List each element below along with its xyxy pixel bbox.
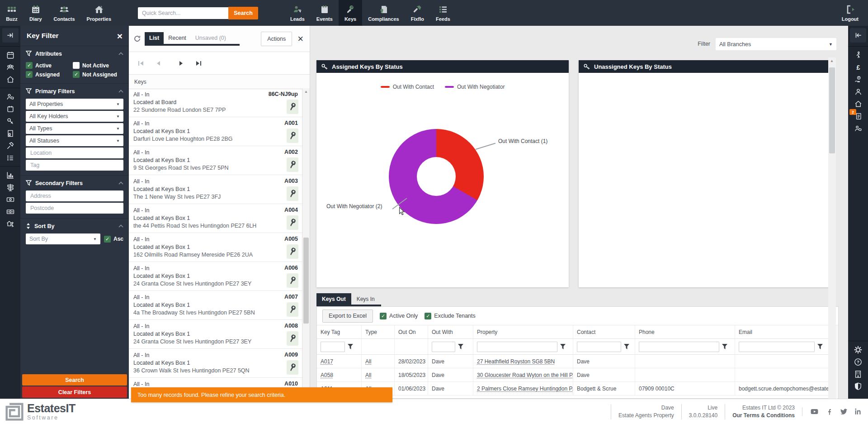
checkbox[interactable] [380, 313, 387, 319]
key-icon-button[interactable] [287, 331, 298, 346]
key-holders-select[interactable]: All Key Holders▼ [26, 111, 123, 122]
col-header[interactable]: Type [362, 325, 395, 338]
prev-page-icon[interactable] [156, 61, 160, 66]
rail-property-icon[interactable] [851, 98, 865, 110]
rail-compliances-icon[interactable] [4, 127, 17, 139]
properties-select[interactable]: All Properties▼ [26, 99, 123, 110]
col-header[interactable]: Out With [428, 325, 473, 338]
property-link[interactable]: 27 Heathfield Royston SG8 5BN [477, 358, 555, 365]
table-row[interactable]: A011 All 01/06/2023 Dave 2 Palmers Close… [317, 382, 831, 395]
tab-keys-in[interactable]: Keys In [351, 293, 380, 305]
rail-signpost-icon[interactable] [4, 181, 17, 193]
email-filter-input[interactable] [739, 342, 815, 352]
key-icon-button[interactable] [287, 129, 298, 143]
rail-money-icon[interactable] [4, 193, 17, 205]
col-header[interactable]: Email [735, 325, 831, 338]
legend-out-with-negotiator[interactable]: Out With Negotiator [445, 84, 505, 90]
nav-keys[interactable]: Keys [339, 0, 362, 26]
key-icon-button[interactable] [287, 273, 298, 288]
nav-properties[interactable]: Properties [81, 0, 117, 26]
search-input[interactable] [138, 7, 228, 19]
col-header[interactable]: Key Tag [317, 325, 362, 338]
rail-diary-icon[interactable] [4, 49, 17, 61]
tab-recent[interactable]: Recent [164, 32, 191, 44]
property-filter-input[interactable] [477, 342, 557, 352]
col-header[interactable]: Property [473, 325, 573, 338]
nav-feeds[interactable]: Feeds [430, 0, 456, 26]
rail-feeds-icon[interactable] [4, 152, 17, 164]
key-icon-button[interactable] [287, 215, 298, 230]
tab-keys-out[interactable]: Keys Out [316, 293, 351, 305]
actions-button[interactable]: Actions [261, 32, 292, 46]
checkbox[interactable] [26, 71, 33, 78]
list-item[interactable]: All - In Located at Keys Box 1 36 Crown … [129, 349, 302, 378]
funnel-icon[interactable] [560, 344, 566, 349]
table-row[interactable]: A058 All 18/05/2023 Dave 30 Gloucester R… [317, 368, 831, 382]
rail-events-icon[interactable] [4, 103, 17, 115]
checkbox-active[interactable]: Active [26, 62, 70, 69]
funnel-icon[interactable] [817, 344, 823, 349]
youtube-icon[interactable] [810, 407, 819, 416]
list-item[interactable]: All - In Located at Keys Box 1 24 Granta… [129, 262, 302, 291]
close-icon[interactable]: × [297, 34, 303, 44]
list-item[interactable]: All - In Located at Keys Box 1 Darfuri L… [129, 117, 302, 146]
first-page-icon[interactable] [138, 61, 144, 66]
list-item[interactable]: All - In Located at Keys Box 1 The 1 Nen… [129, 175, 302, 204]
checkbox[interactable] [104, 236, 111, 243]
key-icon-button[interactable] [287, 157, 298, 172]
export-to-excel-button[interactable]: Export to Excel [322, 310, 373, 323]
branch-select[interactable]: All Branches ▼ [716, 38, 836, 50]
rail-notes-icon[interactable]: 2 [851, 110, 865, 122]
table-row[interactable]: A017 All 28/02/2023 Dave 27 Heathfield R… [317, 355, 831, 368]
out-with-filter-input[interactable] [432, 342, 455, 352]
office-building-icon[interactable] [851, 368, 865, 380]
col-header[interactable]: Phone [635, 325, 735, 338]
nav-logout[interactable]: Logout [836, 0, 864, 26]
last-page-icon[interactable] [196, 61, 202, 66]
rail-properties-icon[interactable] [4, 73, 17, 86]
refresh-icon[interactable] [133, 35, 141, 43]
key-icon-button[interactable] [287, 302, 298, 317]
rail-keys-icon[interactable] [4, 115, 17, 127]
help-icon[interactable]: ? [851, 356, 865, 368]
checkbox[interactable] [425, 313, 431, 319]
filter-search-button[interactable]: Search [22, 374, 127, 386]
postcode-input[interactable] [29, 205, 120, 212]
search-button[interactable]: Search [228, 7, 258, 19]
rail-payments-icon[interactable] [851, 73, 865, 86]
chevron-up-icon[interactable] [118, 52, 123, 55]
nav-leads[interactable]: Leads [284, 0, 311, 26]
estatesit-logo[interactable]: EstatesIT Software [5, 403, 75, 421]
property-link[interactable]: 30 Gloucester Road Wyton on the Hill P..… [477, 372, 573, 378]
col-header[interactable]: Contact [573, 325, 635, 338]
chevron-up-icon[interactable] [118, 90, 123, 93]
checkbox[interactable] [26, 62, 33, 69]
rail-leads-icon[interactable] [4, 91, 17, 103]
nav-contacts[interactable]: Contacts [48, 0, 81, 26]
facebook-icon[interactable] [825, 407, 834, 416]
key-icon-button[interactable] [287, 100, 298, 114]
funnel-icon[interactable] [348, 344, 353, 349]
type-link[interactable]: All [365, 358, 371, 365]
statuses-select[interactable]: All Statuses▼ [26, 135, 123, 146]
exclude-tenants-checkbox[interactable]: Exclude Tenants [425, 313, 476, 319]
tab-unsaved[interactable]: Unsaved (0) [191, 32, 231, 44]
shield-icon[interactable] [851, 380, 865, 392]
address-input[interactable] [29, 192, 120, 200]
scrollbar-thumb[interactable] [829, 67, 835, 153]
chevron-up-icon[interactable] [118, 181, 123, 185]
key-icon-button[interactable] [287, 186, 298, 201]
contact-filter-input[interactable] [577, 342, 621, 352]
terms-link[interactable]: Our Terms & Conditions [732, 412, 795, 419]
list-item[interactable]: All - In Located at Board 22 Sundorne Ro… [129, 88, 302, 117]
checkbox[interactable] [73, 62, 80, 69]
key-tag-link[interactable]: A017 [321, 358, 333, 365]
list-scrollbar[interactable]: ▲ [302, 88, 310, 399]
rail-applicants-icon[interactable] [851, 49, 865, 61]
property-link[interactable]: 2 Palmers Close Ramsey Huntingdon P... [477, 386, 573, 392]
nav-buzz[interactable]: Buzz [0, 0, 24, 26]
key-tag-filter-input[interactable] [321, 342, 345, 352]
rail-house-person-icon[interactable] [4, 218, 17, 230]
rail-reports-icon[interactable] [4, 169, 17, 181]
close-icon[interactable]: × [117, 31, 123, 41]
